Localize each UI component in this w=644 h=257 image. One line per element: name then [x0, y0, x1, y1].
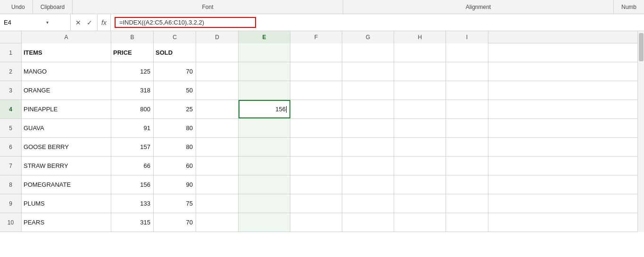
- cell-d8[interactable]: [196, 175, 239, 194]
- vertical-scrollbar[interactable]: [637, 31, 644, 232]
- cell-g6[interactable]: [342, 138, 394, 156]
- cell-e7[interactable]: [239, 157, 290, 175]
- cell-g1[interactable]: [342, 43, 394, 62]
- cell-e6[interactable]: [239, 138, 290, 156]
- cell-b2[interactable]: 125: [111, 62, 154, 81]
- col-header-f[interactable]: F: [290, 31, 342, 43]
- cell-i7[interactable]: [446, 157, 488, 175]
- col-header-g[interactable]: G: [342, 31, 394, 43]
- cell-i2[interactable]: [446, 62, 488, 81]
- cell-c1[interactable]: SOLD: [154, 43, 196, 62]
- cell-h6[interactable]: [394, 138, 446, 156]
- cell-e3[interactable]: [239, 81, 290, 99]
- cell-c2[interactable]: 70: [154, 62, 196, 81]
- cell-i5[interactable]: [446, 119, 488, 137]
- cell-c5[interactable]: 80: [154, 119, 196, 137]
- col-header-d[interactable]: D: [196, 31, 239, 43]
- confirm-formula-button[interactable]: ✓: [85, 18, 94, 27]
- cell-b9[interactable]: 133: [111, 194, 154, 213]
- cell-b8[interactable]: 156: [111, 175, 154, 194]
- col-header-h[interactable]: H: [394, 31, 446, 43]
- cell-i8[interactable]: [446, 175, 488, 194]
- cell-a2[interactable]: MANGO: [22, 62, 111, 81]
- cell-e4[interactable]: 156: [239, 100, 290, 118]
- cell-ref-dropdown-icon[interactable]: ▾: [46, 20, 54, 25]
- cell-a10[interactable]: PEARS: [22, 213, 111, 232]
- cell-f6[interactable]: [290, 138, 342, 156]
- cell-d1[interactable]: [196, 43, 239, 62]
- cell-a6[interactable]: GOOSE BERRY: [22, 138, 111, 156]
- cell-h4[interactable]: [394, 100, 446, 118]
- cell-reference-input[interactable]: [4, 19, 46, 26]
- cell-h9[interactable]: [394, 194, 446, 213]
- cell-a8[interactable]: POMEGRANATE: [22, 175, 111, 194]
- cell-c6[interactable]: 80: [154, 138, 196, 156]
- cell-d9[interactable]: [196, 194, 239, 213]
- cancel-formula-button[interactable]: ✕: [74, 18, 83, 27]
- cell-d10[interactable]: [196, 213, 239, 232]
- cell-b4[interactable]: 800: [111, 100, 154, 118]
- cell-g10[interactable]: [342, 213, 394, 232]
- cell-f8[interactable]: [290, 175, 342, 194]
- cell-f10[interactable]: [290, 213, 342, 232]
- cell-h8[interactable]: [394, 175, 446, 194]
- cell-b6[interactable]: 157: [111, 138, 154, 156]
- cell-a9[interactable]: PLUMS: [22, 194, 111, 213]
- cell-d5[interactable]: [196, 119, 239, 137]
- cell-d3[interactable]: [196, 81, 239, 99]
- cell-h10[interactable]: [394, 213, 446, 232]
- cell-f9[interactable]: [290, 194, 342, 213]
- cell-i10[interactable]: [446, 213, 488, 232]
- cell-d7[interactable]: [196, 157, 239, 175]
- cell-e8[interactable]: [239, 175, 290, 194]
- cell-h3[interactable]: [394, 81, 446, 99]
- cell-e2[interactable]: [239, 62, 290, 81]
- cell-i1[interactable]: [446, 43, 488, 62]
- cell-f4[interactable]: [290, 100, 342, 118]
- cell-g9[interactable]: [342, 194, 394, 213]
- col-header-c[interactable]: C: [154, 31, 196, 43]
- cell-f1[interactable]: [290, 43, 342, 62]
- cell-g4[interactable]: [342, 100, 394, 118]
- cell-c8[interactable]: 90: [154, 175, 196, 194]
- cell-a5[interactable]: GUAVA: [22, 119, 111, 137]
- cell-c3[interactable]: 50: [154, 81, 196, 99]
- cell-i3[interactable]: [446, 81, 488, 99]
- cell-i9[interactable]: [446, 194, 488, 213]
- cell-f5[interactable]: [290, 119, 342, 137]
- cell-d6[interactable]: [196, 138, 239, 156]
- cell-a3[interactable]: ORANGE: [22, 81, 111, 99]
- col-header-i[interactable]: I: [446, 31, 488, 43]
- cell-c10[interactable]: 70: [154, 213, 196, 232]
- col-header-a[interactable]: A: [22, 31, 111, 43]
- cell-b5[interactable]: 91: [111, 119, 154, 137]
- cell-h7[interactable]: [394, 157, 446, 175]
- cell-h1[interactable]: [394, 43, 446, 62]
- col-header-b[interactable]: B: [111, 31, 154, 43]
- cell-e1[interactable]: [239, 43, 290, 62]
- cell-g3[interactable]: [342, 81, 394, 99]
- cell-a1[interactable]: ITEMS: [22, 43, 111, 62]
- cell-a4[interactable]: PINEAPPLE: [22, 100, 111, 118]
- cell-g5[interactable]: [342, 119, 394, 137]
- cell-b10[interactable]: 315: [111, 213, 154, 232]
- cell-b1[interactable]: PRICE: [111, 43, 154, 62]
- formula-box[interactable]: =INDEX((A2:C5,A6:C10),3,2,2): [115, 17, 256, 28]
- col-header-e[interactable]: E: [239, 31, 290, 43]
- cell-e10[interactable]: [239, 213, 290, 232]
- cell-d2[interactable]: [196, 62, 239, 81]
- cell-d4[interactable]: [196, 100, 239, 118]
- cell-g7[interactable]: [342, 157, 394, 175]
- cell-e9[interactable]: [239, 194, 290, 213]
- cell-e5[interactable]: [239, 119, 290, 137]
- cell-f2[interactable]: [290, 62, 342, 81]
- cell-i4[interactable]: [446, 100, 488, 118]
- undo-label[interactable]: Undo: [11, 4, 25, 10]
- cell-f7[interactable]: [290, 157, 342, 175]
- cell-f3[interactable]: [290, 81, 342, 99]
- cell-b7[interactable]: 66: [111, 157, 154, 175]
- cell-c7[interactable]: 60: [154, 157, 196, 175]
- cell-g2[interactable]: [342, 62, 394, 81]
- cell-i6[interactable]: [446, 138, 488, 156]
- cell-g8[interactable]: [342, 175, 394, 194]
